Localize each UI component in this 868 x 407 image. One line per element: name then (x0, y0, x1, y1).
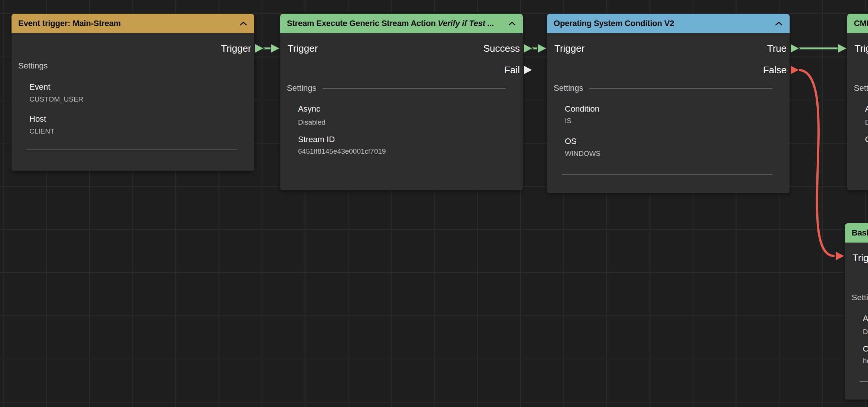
node-header[interactable]: Operating System Condition V2 (547, 14, 790, 33)
divider (860, 381, 868, 382)
port-input-trigger[interactable]: Trigger (288, 43, 318, 54)
setting-value: Disabled (298, 118, 326, 127)
port-output-fail[interactable]: Fail (504, 64, 520, 76)
chevron-up-icon[interactable] (508, 21, 516, 26)
divider (26, 150, 237, 150)
setting-name: Host (29, 113, 46, 125)
wire-false-to-bash[interactable] (799, 70, 835, 256)
settings-section: Settings (287, 83, 506, 94)
arrow-input-trigger[interactable] (838, 44, 847, 53)
settings-label: Settings (854, 83, 868, 93)
chevron-up-icon[interactable] (239, 21, 247, 26)
setting-value: Disabled (863, 327, 868, 336)
settings-label: Settings (852, 293, 868, 302)
node-os-condition[interactable]: Operating System Condition V2 Trigger Tr… (547, 14, 790, 193)
arrow-input-trigger[interactable] (271, 44, 280, 53)
port-input-trigger[interactable]: Trigger (554, 43, 584, 54)
setting-value: Disabled (865, 118, 868, 127)
node-title: Stream Execute Generic Stream Action Ver… (287, 19, 494, 28)
node-header[interactable]: Event trigger: Main-Stream (12, 14, 254, 33)
setting-value: hostname (863, 356, 868, 365)
settings-section: Settings (852, 292, 868, 303)
settings-section: Settings (854, 83, 868, 94)
settings-label: Settings (287, 83, 317, 93)
arrow-output-fail[interactable] (524, 65, 533, 75)
port-output-true[interactable]: True (767, 43, 787, 54)
node-title: Bash (852, 228, 868, 238)
divider (562, 174, 773, 175)
setting-name: Async (863, 313, 868, 324)
settings-label: Settings (554, 83, 583, 93)
divider (323, 88, 506, 89)
setting-name: Command (865, 134, 868, 145)
arrow-output-trigger[interactable] (255, 44, 264, 53)
node-event-trigger[interactable]: Event trigger: Main-Stream Trigger Setti… (12, 14, 254, 171)
port-output-trigger[interactable]: Trigger (221, 43, 251, 54)
setting-value: IS (565, 116, 571, 125)
divider (54, 66, 237, 66)
setting-value: CUSTOM_USER (29, 95, 83, 104)
settings-label: Settings (18, 61, 48, 71)
setting-value: 6451ff8145e43e0001cf7019 (298, 147, 386, 156)
settings-section: Settings (554, 83, 773, 94)
arrow-input-trigger[interactable] (836, 251, 845, 261)
setting-name: Stream ID (298, 134, 335, 145)
node-header[interactable]: Stream Execute Generic Stream Action Ver… (280, 14, 523, 33)
setting-name: Async (298, 103, 320, 115)
workflow-canvas[interactable]: { "colors": { "background": "#1f1f1f", "… (0, 0, 868, 407)
setting-value: WINDOWS (565, 149, 600, 158)
port-output-success[interactable]: Success (483, 43, 520, 54)
arrow-output-true[interactable] (790, 44, 800, 53)
arrow-output-success[interactable] (524, 44, 533, 53)
setting-value: CLIENT (29, 127, 55, 136)
node-header[interactable]: CMD (847, 14, 868, 33)
node-header[interactable]: Bash (845, 223, 868, 243)
setting-name: Async (865, 103, 868, 115)
chevron-up-icon[interactable] (775, 21, 783, 26)
settings-section: Settings (18, 60, 237, 71)
divider (589, 88, 773, 89)
port-output-false[interactable]: False (763, 64, 787, 76)
setting-name: Command (863, 343, 868, 355)
node-bash[interactable]: Bash Trigger Settings Async Disabled Com… (845, 223, 868, 400)
node-title: Operating System Condition V2 (554, 19, 674, 28)
node-cmd[interactable]: CMD Trigger Settings Async Disabled Comm… (847, 14, 868, 190)
node-stream-execute[interactable]: Stream Execute Generic Stream Action Ver… (280, 14, 523, 190)
node-title: CMD (854, 19, 868, 28)
arrow-input-trigger[interactable] (538, 44, 547, 53)
port-input-trigger[interactable]: Trigger (855, 43, 868, 54)
arrow-output-false[interactable] (790, 65, 800, 75)
divider (862, 172, 868, 172)
port-input-trigger[interactable]: Trigger (852, 252, 868, 263)
setting-name: Event (29, 81, 50, 93)
setting-name: OS (565, 136, 577, 147)
setting-name: Condition (565, 103, 599, 115)
divider (295, 172, 506, 172)
node-title: Event trigger: Main-Stream (18, 19, 121, 28)
